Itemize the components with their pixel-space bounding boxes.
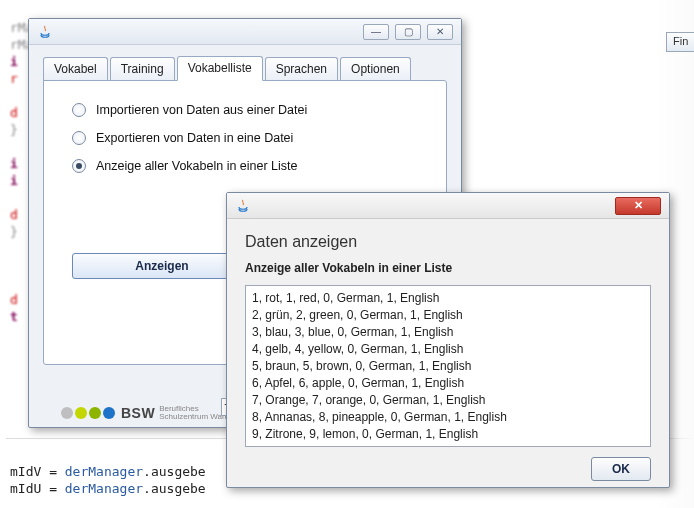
minimize-button[interactable]: — [363,24,389,40]
dialog-title: Daten anzeigen [245,233,651,251]
daten-anzeigen-dialog: ✕ Daten anzeigen Anzeige aller Vokabeln … [226,192,670,488]
window-controls: — ▢ ✕ [363,24,457,40]
close-button[interactable]: ✕ [427,24,453,40]
tab-vokabelliste[interactable]: Vokabelliste [177,56,263,81]
list-item[interactable]: 5, braun, 5, brown, 0, German, 1, Englis… [252,358,644,375]
list-item[interactable]: 1, rot, 1, red, 0, German, 1, English [252,290,644,307]
titlebar[interactable]: — ▢ ✕ [29,19,461,45]
tab-training[interactable]: Training [110,57,175,81]
list-item[interactable]: 2, grün, 2, green, 0, German, 1, English [252,307,644,324]
radio-label: Exportieren von Daten in eine Datei [96,131,293,145]
logo-dot [75,407,87,419]
maximize-button[interactable]: ▢ [395,24,421,40]
radio-icon [72,159,86,173]
list-item[interactable]: 9, Zitrone, 9, lemon, 0, German, 1, Engl… [252,426,644,443]
logo-dot [47,407,59,419]
list-item[interactable]: 4, gelb, 4, yellow, 0, German, 1, Englis… [252,341,644,358]
tab-vokabel[interactable]: Vokabel [43,57,108,81]
logo-text-big: BSW [121,408,155,418]
ok-button[interactable]: OK [591,457,651,481]
bsw-logo: BSW Berufliches Schulzentrum Wangen [47,405,240,421]
window-controls: ✕ [615,197,665,215]
list-item[interactable]: 6, Apfel, 6, apple, 0, German, 1, Englis… [252,375,644,392]
tab-sprachen[interactable]: Sprachen [265,57,338,81]
tab-optionen[interactable]: Optionen [340,57,411,81]
java-icon [235,198,251,214]
logo-dot [89,407,101,419]
close-button[interactable]: ✕ [615,197,661,215]
list-item[interactable]: 8, Annanas, 8, pineapple, 0, German, 1, … [252,409,644,426]
list-item[interactable]: 3, blau, 3, blue, 0, German, 1, English [252,324,644,341]
radio-label: Anzeige aller Vokabeln in einer Liste [96,159,298,173]
logo-dot [61,407,73,419]
radio-import[interactable]: Importieren von Daten aus einer Datei [72,103,426,117]
list-item[interactable]: 7, Orange, 7, orange, 0, German, 1, Engl… [252,392,644,409]
code-editor-bottom: mIdV = derManager.ausgebe mIdU = derMana… [10,446,206,508]
tab-row: Vokabel Training Vokabelliste Sprachen O… [29,45,461,80]
titlebar[interactable]: ✕ [227,193,669,219]
radio-show-list[interactable]: Anzeige aller Vokabeln in einer Liste [72,159,426,173]
vocab-list[interactable]: 1, rot, 1, red, 0, German, 1, English2, … [245,285,651,447]
find-button-cropped[interactable]: Fin [666,32,694,52]
radio-export[interactable]: Exportieren von Daten in eine Datei [72,131,426,145]
anzeigen-button[interactable]: Anzeigen [72,253,252,279]
logo-dot [103,407,115,419]
dialog-subtitle: Anzeige aller Vokabeln in einer Liste [245,261,651,275]
radio-icon [72,131,86,145]
radio-label: Importieren von Daten aus einer Datei [96,103,307,117]
radio-icon [72,103,86,117]
java-icon [37,24,53,40]
